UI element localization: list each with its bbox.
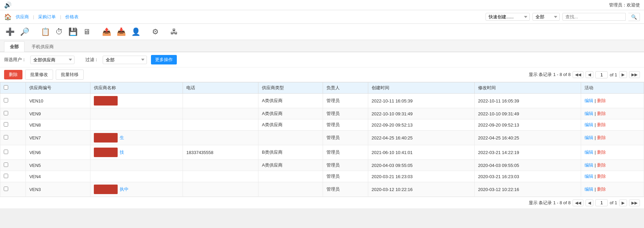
cell-phone [183, 131, 258, 145]
cell-id: VEN10 [26, 94, 90, 108]
cell-type [258, 171, 323, 182]
page-input[interactable] [595, 71, 608, 78]
edit-link[interactable]: 编辑 [584, 187, 593, 192]
cell-owner: 管理员 [323, 160, 368, 171]
cell-id: VEN7 [26, 131, 90, 145]
page-of-text: of 1 [610, 72, 617, 77]
row-checkbox-4[interactable] [4, 150, 8, 154]
add-icon[interactable]: ➕ [4, 27, 16, 37]
search-zoom-icon[interactable]: 🔎 [19, 27, 31, 37]
table-row: VEN3 执中 管理员2020-03-12 10:22:162020-03-12… [0, 182, 644, 197]
bottom-page-prev-btn[interactable]: ◀ [586, 200, 593, 206]
quick-create-select[interactable]: 快速创建...... [486, 13, 530, 21]
action-buttons: 删除 批量修改 批量转移 [4, 70, 84, 80]
row-checkbox-1[interactable] [4, 111, 8, 115]
delete-link[interactable]: 删除 [597, 98, 606, 103]
cell-modified: 2020-03-21 16:23:03 [474, 171, 581, 182]
cell-type: A类供应商 [258, 94, 323, 108]
select-all-checkbox[interactable] [4, 85, 8, 90]
cell-phone [183, 119, 258, 131]
nav-search-input[interactable] [562, 13, 626, 21]
col-created: 创建时间 [368, 82, 474, 94]
tab-all[interactable]: 全部 [4, 41, 24, 52]
edit-link[interactable]: 编辑 [584, 111, 593, 116]
cell-id: VEN6 [26, 145, 90, 160]
row-checkbox-7[interactable] [4, 187, 8, 191]
batch-transfer-button[interactable]: 批量转移 [56, 70, 84, 80]
nav-right: 快速创建...... 全部 🔍 [486, 13, 640, 21]
cell-owner: 管理员 [323, 119, 368, 131]
row-checkbox-3[interactable] [4, 135, 8, 139]
cell-actions: 编辑 | 删除 [581, 119, 644, 131]
delete-link[interactable]: 删除 [597, 111, 606, 116]
cell-id: VEN4 [26, 171, 90, 182]
cell-type: B类供应商 [258, 145, 323, 160]
cell-phone [183, 108, 258, 119]
row-checkbox-5[interactable] [4, 163, 8, 167]
cell-created: 2022-04-25 16:40:25 [368, 131, 474, 145]
bottom-page-first-btn[interactable]: ◀◀ [573, 200, 583, 206]
delete-button[interactable]: 删除 [4, 70, 22, 79]
filter-user-select[interactable]: 全部供应商 [30, 56, 74, 64]
nav-link-supplier[interactable]: 供应商 [16, 14, 29, 20]
cell-phone [183, 171, 258, 182]
network-icon[interactable]: 🖧 [169, 27, 179, 37]
bottom-page-next-btn[interactable]: ▶ [619, 200, 627, 206]
pagination-display-text: 显示 条记录 1 - 8 of 8 [529, 72, 571, 78]
edit-link[interactable]: 编辑 [584, 174, 593, 179]
edit-link[interactable]: 编辑 [584, 122, 593, 127]
nav-link-purchase[interactable]: 采购订单 [38, 14, 56, 20]
pagination-info: 显示 条记录 1 - 8 of 8 ◀◀ ◀ of 1 ▶ ▶▶ [529, 71, 640, 78]
monitor-icon[interactable]: 🖥 [82, 27, 92, 37]
row-checkbox-2[interactable] [4, 122, 8, 127]
gear-icon[interactable]: ⚙ [151, 27, 160, 37]
download-icon[interactable]: 📥 [115, 27, 127, 37]
edit-link[interactable]: 编辑 [584, 163, 593, 168]
delete-link[interactable]: 删除 [597, 174, 606, 179]
col-id: 供应商编号 [26, 82, 90, 94]
page-first-btn[interactable]: ◀◀ [573, 71, 583, 78]
cell-type [258, 131, 323, 145]
save-icon[interactable]: 💾 [67, 27, 79, 37]
cell-created: 2020-03-12 10:22:16 [368, 182, 474, 197]
cell-owner: 管理员 [323, 108, 368, 119]
edit-link[interactable]: 编辑 [584, 98, 593, 103]
user-icon[interactable]: 👤 [130, 27, 142, 37]
tabs-bar: 全部 手机供应商 [0, 40, 644, 52]
tab-mobile-supplier[interactable]: 手机供应商 [26, 41, 60, 52]
page-last-btn[interactable]: ▶▶ [629, 71, 640, 78]
more-ops-button[interactable]: 更多操作 [151, 55, 177, 64]
page-prev-btn[interactable]: ◀ [586, 71, 593, 78]
table-row: VEN5A类供应商管理员2020-04-03 09:55:052020-04-0… [0, 160, 644, 171]
delete-link[interactable]: 删除 [597, 135, 606, 140]
bottom-page-input[interactable] [595, 199, 608, 206]
home-icon[interactable]: 🏠 [4, 13, 12, 21]
page-next-btn[interactable]: ▶ [619, 71, 627, 78]
bottom-page-of-text: of 1 [610, 200, 617, 205]
cell-modified: 2022-04-25 16:40:25 [474, 131, 581, 145]
batch-edit-button[interactable]: 批量修改 [25, 70, 53, 80]
edit-link[interactable]: 编辑 [584, 150, 593, 155]
admin-text: 管理员：欢迎使 [609, 2, 640, 8]
cell-name: 生 [90, 131, 183, 145]
delete-link[interactable]: 删除 [597, 163, 606, 168]
nav-link-price[interactable]: 价格表 [65, 14, 79, 20]
nav-filter-select[interactable]: 全部 [532, 13, 560, 21]
row-checkbox-0[interactable] [4, 98, 8, 102]
upload-icon[interactable]: 📤 [101, 27, 113, 37]
delete-link[interactable]: 删除 [597, 187, 606, 192]
edit-link[interactable]: 编辑 [584, 135, 593, 140]
cell-name [90, 108, 183, 119]
filter-type-select[interactable]: 全部 [103, 56, 147, 64]
delete-link[interactable]: 删除 [597, 150, 606, 155]
nav-search-button[interactable]: 🔍 [628, 13, 640, 21]
clock-icon[interactable]: ⏱ [54, 27, 64, 37]
cell-actions: 编辑 | 删除 [581, 160, 644, 171]
row-checkbox-6[interactable] [4, 174, 8, 178]
delete-link[interactable]: 删除 [597, 122, 606, 127]
cell-phone [183, 94, 258, 108]
col-actions: 活动 [581, 82, 644, 94]
calendar-icon[interactable]: 📋 [39, 27, 51, 37]
toolbar: ➕ 🔎 📋 ⏱ 💾 🖥 📤 📥 👤 ⚙ 🖧 [0, 24, 644, 40]
bottom-page-last-btn[interactable]: ▶▶ [629, 200, 640, 206]
